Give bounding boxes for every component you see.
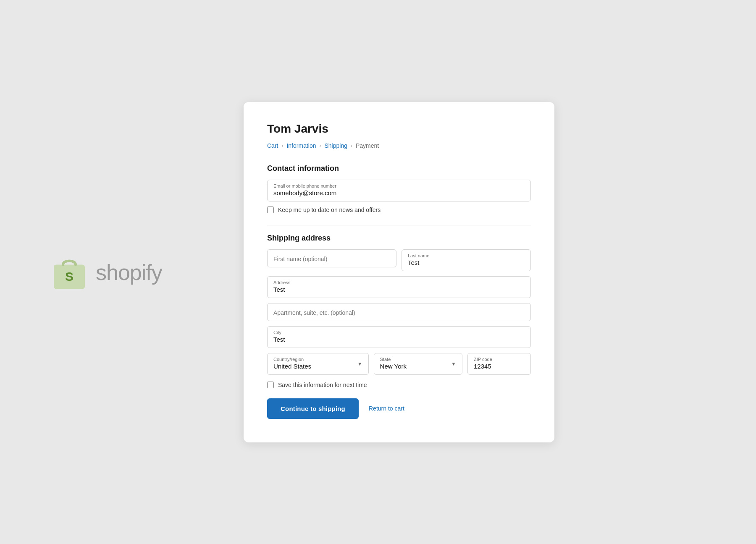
address-input[interactable] [273, 286, 525, 293]
apartment-input-group [267, 303, 531, 321]
save-info-label: Save this information for next time [278, 382, 367, 388]
email-input-group: Email or mobile phone number [267, 180, 531, 201]
shipping-section: Shipping address Last name [267, 234, 531, 419]
state-select[interactable]: New York [380, 363, 456, 370]
breadcrumb-information[interactable]: Information [286, 142, 316, 149]
checkout-card: Tom Jarvis Cart › Information › Shipping… [244, 102, 554, 442]
email-wrapper[interactable]: Email or mobile phone number [267, 180, 531, 201]
state-wrapper[interactable]: State New York ▼ [374, 353, 462, 375]
last-name-input[interactable] [408, 259, 525, 266]
first-name-wrapper[interactable] [267, 249, 396, 267]
svg-text:S: S [65, 269, 74, 283]
first-name-col [267, 249, 396, 271]
store-name: Tom Jarvis [267, 122, 531, 136]
zip-input[interactable] [474, 363, 525, 370]
city-input-group: City [267, 326, 531, 348]
address-input-group: Address [267, 276, 531, 298]
last-name-label: Last name [408, 253, 525, 258]
page-wrapper: S shopify Tom Jarvis Cart › Information … [0, 0, 756, 544]
country-wrapper[interactable]: Country/region United States ▼ [267, 353, 369, 375]
zip-col: ZIP code [467, 353, 531, 375]
country-select[interactable]: United States [273, 363, 362, 370]
contact-section: Contact information Email or mobile phon… [267, 164, 531, 213]
shopify-bag-icon: S [50, 252, 88, 292]
breadcrumb: Cart › Information › Shipping › Payment [267, 142, 531, 149]
apartment-wrapper[interactable] [267, 303, 531, 321]
email-input[interactable] [273, 189, 525, 196]
shipping-section-title: Shipping address [267, 234, 531, 243]
breadcrumb-shipping[interactable]: Shipping [325, 142, 348, 149]
breadcrumb-sep-1: › [281, 143, 283, 149]
city-label: City [273, 330, 525, 335]
state-label: State [380, 357, 456, 362]
section-divider [267, 225, 531, 225]
breadcrumb-sep-2: › [320, 143, 321, 149]
country-col: Country/region United States ▼ [267, 353, 369, 375]
shopify-wordmark: shopify [96, 259, 162, 285]
last-name-col: Last name [402, 249, 531, 271]
save-info-checkbox[interactable] [267, 382, 274, 388]
zip-wrapper[interactable]: ZIP code [467, 353, 531, 375]
state-col: State New York ▼ [374, 353, 462, 375]
continue-to-shipping-button[interactable]: Continue to shipping [267, 398, 359, 419]
breadcrumb-cart[interactable]: Cart [267, 142, 278, 149]
save-info-row: Save this information for next time [267, 382, 531, 388]
first-name-input[interactable] [273, 253, 390, 262]
city-wrapper[interactable]: City [267, 326, 531, 348]
newsletter-label: Keep me up to date on news and offers [278, 207, 381, 213]
last-name-wrapper[interactable]: Last name [402, 249, 531, 271]
button-row: Continue to shipping Return to cart [267, 398, 531, 419]
name-row: Last name [267, 249, 531, 271]
logo-area: S shopify [50, 252, 162, 292]
contact-section-title: Contact information [267, 164, 531, 173]
return-to-cart-link[interactable]: Return to cart [369, 405, 404, 412]
newsletter-checkbox[interactable] [267, 207, 274, 213]
email-label: Email or mobile phone number [273, 183, 525, 188]
address-label: Address [273, 280, 525, 285]
address-wrapper[interactable]: Address [267, 276, 531, 298]
location-row: Country/region United States ▼ State New… [267, 353, 531, 375]
newsletter-row: Keep me up to date on news and offers [267, 207, 531, 213]
breadcrumb-sep-3: › [351, 143, 352, 149]
apartment-input[interactable] [273, 307, 525, 316]
zip-label: ZIP code [474, 357, 525, 362]
country-label: Country/region [273, 357, 362, 362]
breadcrumb-payment: Payment [356, 142, 379, 149]
city-input[interactable] [273, 336, 525, 343]
